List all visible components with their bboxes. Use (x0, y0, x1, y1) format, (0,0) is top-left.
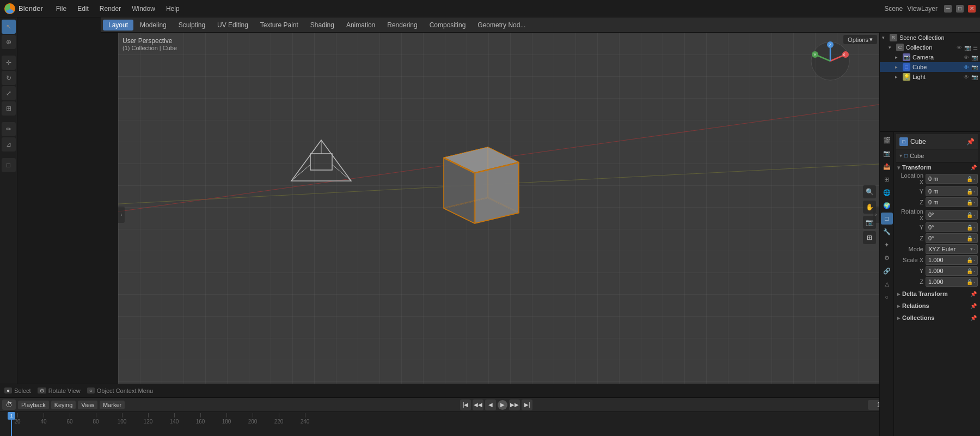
tool-select[interactable]: ↖ (2, 20, 16, 34)
prop-icon-scene[interactable]: 🎬 (881, 134, 893, 146)
zoom-button[interactable]: 🔍 (863, 185, 876, 198)
tool-move[interactable]: ✛ (2, 56, 16, 70)
rotation-z-lock-icon[interactable]: 🔒 (966, 235, 973, 241)
camera-render[interactable]: 📷 (971, 55, 978, 60)
location-y-lock-icon[interactable]: 🔒 (966, 189, 973, 195)
camera-object[interactable] (286, 135, 357, 189)
jump-start-btn[interactable]: |◀ (460, 399, 471, 410)
menu-window[interactable]: Window (127, 4, 160, 14)
tab-geometry-nodes[interactable]: Geometry Nod... (472, 20, 531, 31)
timeline-cursor-head[interactable]: 1 (8, 412, 15, 420)
location-x-lock-icon[interactable]: 🔒 (966, 176, 973, 182)
menu-file[interactable]: File (52, 4, 71, 14)
scale-x-lock-icon[interactable]: 🔒 (966, 257, 973, 263)
rotation-z-input[interactable]: 0° 🔒 • (926, 233, 978, 243)
collection-render-icon[interactable]: 📷 (964, 45, 971, 51)
camera-vis[interactable]: 👁 (964, 55, 969, 60)
scale-y-input[interactable]: 1.000 🔒 • (926, 266, 978, 276)
minimize-button[interactable]: ─ (944, 5, 952, 13)
outliner-item-collection[interactable]: ▾ C Collection 👁 📷 ☰ (880, 43, 980, 52)
prop-icon-material[interactable]: ○ (881, 291, 893, 303)
relations-pin-icon[interactable]: 📌 (970, 303, 977, 309)
timeline-icon-btn[interactable]: ⏱ (2, 399, 16, 410)
prop-icon-constraint[interactable]: 🔗 (881, 265, 893, 277)
outliner-item-light[interactable]: ▸ 💡 Light 👁 📷 (880, 72, 980, 82)
tab-layout[interactable]: Layout (103, 20, 133, 31)
viewport-options-button[interactable]: Options ▾ (843, 35, 877, 44)
collections-pin-icon[interactable]: 📌 (970, 315, 977, 321)
menu-edit[interactable]: Edit (73, 4, 93, 14)
outliner-item-camera[interactable]: ▸ 📷 Camera 👁 📷 (880, 52, 980, 62)
play-reverse-btn[interactable]: ◀ (485, 399, 496, 410)
prev-keyframe-btn[interactable]: ◀◀ (473, 399, 483, 410)
prop-icon-object[interactable]: □ (881, 213, 893, 225)
playback-btn[interactable]: Playback (18, 401, 49, 409)
outliner-item-scene-collection[interactable]: ▾ S Scene Collection (880, 33, 980, 43)
tab-texture-paint[interactable]: Texture Paint (255, 20, 304, 31)
tab-shading[interactable]: Shading (305, 20, 340, 31)
prop-icon-particles[interactable]: ✦ (881, 239, 893, 251)
play-btn[interactable]: ▶ (498, 400, 507, 410)
relations-header[interactable]: ▸ Relations 📌 (896, 301, 978, 311)
tab-modeling[interactable]: Modeling (134, 20, 172, 31)
collection-exclude-icon[interactable]: ☰ (973, 45, 978, 51)
tool-cursor[interactable]: ⊕ (2, 35, 16, 49)
prop-icon-modifier[interactable]: 🔧 (881, 226, 893, 238)
prop-icon-physics[interactable]: ⚙ (881, 252, 893, 264)
tab-compositing[interactable]: Compositing (424, 20, 471, 31)
rotation-y-lock-icon[interactable]: 🔒 (966, 225, 973, 231)
collection-vis-icon[interactable]: 👁 (957, 45, 962, 51)
mode-input[interactable]: XYZ Euler ▾ • (926, 244, 978, 254)
collapse-right-icon[interactable]: › (873, 207, 879, 223)
tool-annotate[interactable]: ✏ (2, 122, 16, 136)
marker-btn[interactable]: Marker (100, 401, 125, 409)
keying-btn[interactable]: Keying (51, 401, 76, 409)
timeline-strip[interactable]: 1 20406080100120140160180200220240 (0, 412, 980, 436)
delta-transform-header[interactable]: ▸ Delta Transform 📌 (896, 289, 978, 299)
rotation-x-lock-icon[interactable]: 🔒 (966, 212, 973, 218)
scale-x-input[interactable]: 1.000 🔒 • (926, 255, 978, 265)
scale-z-input[interactable]: 1.000 🔒 • (926, 277, 978, 287)
prop-icon-scene2[interactable]: 🌐 (881, 186, 893, 198)
delta-pin-icon[interactable]: 📌 (970, 291, 977, 297)
transform-section-header[interactable]: ▾ Transform 📌 (896, 162, 978, 172)
tool-rotate[interactable]: ↻ (2, 71, 16, 85)
tool-add-box[interactable]: □ (2, 158, 16, 172)
tool-transform[interactable]: ⊞ (2, 101, 16, 116)
viewport-gizmo[interactable]: X Y Z (808, 39, 852, 83)
prop-icon-data[interactable]: △ (881, 278, 893, 290)
location-z-lock-icon[interactable]: 🔒 (966, 199, 973, 205)
tab-rendering[interactable]: Rendering (382, 20, 422, 31)
outliner-item-cube[interactable]: ▸ □ Cube 👁 📷 (880, 62, 980, 72)
prop-icon-world[interactable]: 🌍 (881, 199, 893, 211)
tool-measure[interactable]: ⊿ (2, 137, 16, 152)
scale-z-lock-icon[interactable]: 🔒 (966, 279, 973, 285)
prop-icon-view-layer[interactable]: ⊞ (881, 173, 893, 185)
menu-help[interactable]: Help (162, 4, 184, 14)
tab-animation[interactable]: Animation (341, 20, 381, 31)
tab-uv-editing[interactable]: UV Editing (212, 20, 254, 31)
view-btn[interactable]: View (78, 401, 97, 409)
light-vis[interactable]: 👁 (964, 74, 969, 80)
cube-vis[interactable]: 👁 (964, 64, 969, 70)
prop-pin-icon[interactable]: 📌 (966, 138, 975, 146)
maximize-button[interactable]: □ (956, 5, 964, 13)
menu-render[interactable]: Render (95, 4, 125, 14)
location-y-input[interactable]: 0 m 🔒 • (926, 186, 978, 196)
transform-pin-icon[interactable]: 📌 (970, 165, 977, 171)
next-keyframe-btn[interactable]: ▶▶ (509, 399, 520, 410)
jump-end-btn[interactable]: ▶| (522, 399, 532, 410)
tab-sculpting[interactable]: Sculpting (173, 20, 211, 31)
scale-y-lock-icon[interactable]: 🔒 (966, 268, 973, 274)
rotation-x-input[interactable]: 0° 🔒 • (926, 210, 978, 220)
3d-viewport[interactable]: X Y Z User Perspective (1) Collection | … (118, 33, 879, 397)
collections-header[interactable]: ▸ Collections 📌 (896, 313, 978, 323)
location-z-input[interactable]: 0 m 🔒 • (926, 197, 978, 207)
rotation-y-input[interactable]: 0° 🔒 • (926, 222, 978, 232)
prop-icon-output[interactable]: 📤 (881, 160, 893, 172)
light-render[interactable]: 📷 (971, 74, 978, 80)
location-x-input[interactable]: 0 m 🔒 • (926, 174, 978, 184)
cube-render[interactable]: 📷 (971, 64, 978, 70)
cube-object[interactable] (438, 142, 525, 229)
tool-scale[interactable]: ⤢ (2, 86, 16, 100)
